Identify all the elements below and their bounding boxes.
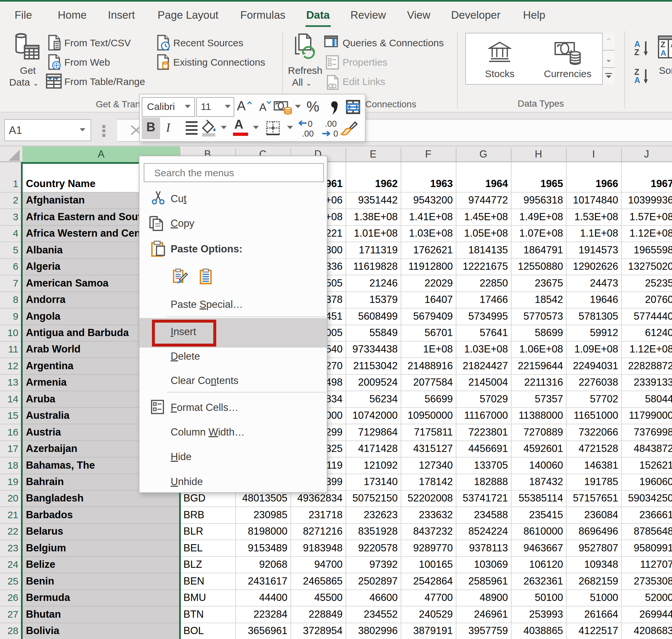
- svg-text:A: A: [670, 40, 672, 49]
- svg-text:0: 0: [333, 129, 338, 138]
- svg-text:0: 0: [308, 120, 312, 129]
- svg-text:A: A: [660, 49, 666, 58]
- svg-text:.00: .00: [302, 129, 314, 138]
- svg-text:.00: .00: [325, 120, 337, 129]
- svg-text:Z: Z: [660, 40, 666, 49]
